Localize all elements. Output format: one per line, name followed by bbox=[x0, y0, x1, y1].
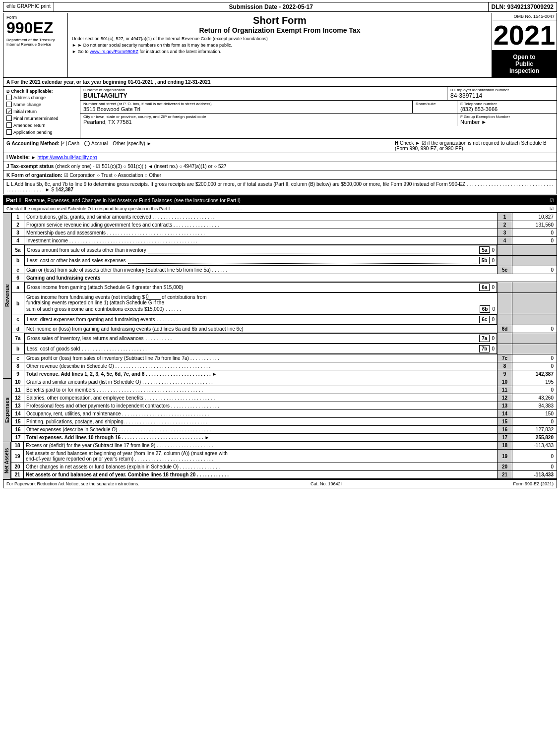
line-7b-num: b bbox=[12, 344, 24, 354]
part-i-label: Part I bbox=[6, 197, 21, 204]
city-field: City or town, state or province, country… bbox=[80, 114, 457, 126]
line-19-row: 19 Net assets or fund balances at beginn… bbox=[11, 450, 557, 463]
subtitle-line3: ► Go to www.irs.gov/Form990EZ for instru… bbox=[72, 49, 488, 54]
line-10-desc: Grants and similar amounts paid (list in… bbox=[24, 378, 498, 386]
org-info-section: B Check if applicable: Address change Na… bbox=[3, 87, 557, 139]
line-4-row: 4 Investment income . . . . . . . . . . … bbox=[12, 237, 557, 245]
line-7a-row: 7a Gross sales of inventory, less return… bbox=[12, 333, 557, 344]
line-6b-inner: Gross income from fundraising events (no… bbox=[26, 294, 495, 300]
accounting-method: G Accounting Method: ✓ Cash Accrual Othe… bbox=[6, 140, 395, 146]
amended-return-label: Amended return bbox=[13, 123, 46, 128]
line-5a-blank bbox=[498, 245, 512, 256]
application-pending-label: Application pending bbox=[13, 130, 53, 135]
revenue-table: 1 Contributions, gifts, grants, and simi… bbox=[11, 213, 557, 378]
phone-field: E Telephone number (832) 853-3666 bbox=[457, 101, 557, 113]
k-text: ☑ Corporation ○ Trust ○ Association ○ Ot… bbox=[64, 173, 162, 178]
check-initial-return: ✓ Initial return bbox=[6, 109, 77, 114]
line-3-desc: Membership dues and assessments . . . . … bbox=[24, 229, 498, 237]
line-6b-desc: Gross income from fundraising events (no… bbox=[24, 293, 498, 314]
l-label: L bbox=[6, 181, 9, 187]
org-details: C Name of organization BUILT4AGILITY D E… bbox=[80, 87, 557, 138]
checkbox-application-pending[interactable] bbox=[6, 129, 12, 135]
line-17-value: 255,820 bbox=[512, 434, 557, 442]
line-4-value: 0 bbox=[512, 237, 557, 245]
checkbox-address-change[interactable] bbox=[6, 95, 12, 100]
line-13-value: 84,383 bbox=[512, 402, 557, 410]
part-i-header: Part I Revenue, Expenses, and Changes in… bbox=[3, 195, 557, 205]
street-row: Number and street (or P. O. box, if mail… bbox=[80, 101, 557, 114]
line-6b-text2: fundraising events reported on line 1) (… bbox=[26, 300, 495, 305]
efile-text: efile GRAPHIC print bbox=[6, 3, 51, 9]
line-9-desc: Total revenue. Add lines 1, 2, 3, 4, 5c,… bbox=[24, 370, 498, 378]
line-7b-blank bbox=[498, 344, 512, 354]
line-17-num: 17 bbox=[12, 434, 24, 442]
line-9-ref: 9 bbox=[498, 370, 512, 378]
line-5a-blank2 bbox=[512, 245, 557, 256]
initial-return-label: Initial return bbox=[13, 109, 37, 114]
line-6a-row: a Gross income from gaming (attach Sched… bbox=[12, 282, 557, 293]
line-1-row: 1 Contributions, gifts, grants, and simi… bbox=[12, 213, 557, 221]
checkbox-amended-return[interactable] bbox=[6, 122, 12, 128]
line-17-ref: 17 bbox=[498, 434, 512, 442]
website-url[interactable]: https://www.built4agility.org bbox=[38, 155, 97, 160]
line-2-row: 2 Program service revenue including gove… bbox=[12, 221, 557, 229]
line-11-desc: Benefits paid to or for members . . . . … bbox=[24, 386, 498, 394]
line-13-desc: Professional fees and other payments to … bbox=[24, 402, 498, 410]
year: 2021 bbox=[492, 20, 557, 51]
line-14-value: 150 bbox=[512, 410, 557, 418]
line-6b-blank bbox=[498, 293, 512, 314]
radio-accrual[interactable] bbox=[84, 141, 90, 146]
check-amended-return: Amended return bbox=[6, 122, 77, 128]
city-value: Pearland, TX 77581 bbox=[83, 119, 454, 125]
expenses-table: 10 Grants and similar amounts paid (list… bbox=[11, 378, 557, 442]
name-change-label: Name change bbox=[13, 102, 41, 107]
schedule-check-box: ☑ bbox=[550, 206, 554, 211]
line-12-desc: Salaries, other compensation, and employ… bbox=[24, 394, 498, 402]
line-6b-row: b Gross income from fundraising events (… bbox=[12, 293, 557, 314]
street-field: Number and street (or P. O. box, if mail… bbox=[80, 101, 413, 113]
top-bar: efile GRAPHIC print Submission Date - 20… bbox=[3, 2, 557, 12]
dept-label: Department of the TreasuryInternal Reven… bbox=[6, 38, 64, 47]
cash-option: ✓ Cash bbox=[61, 141, 79, 146]
accounting-row: G Accounting Method: ✓ Cash Accrual Othe… bbox=[3, 139, 557, 153]
section-a: A For the 2021 calendar year, or tax yea… bbox=[3, 78, 557, 87]
line-14-desc: Occupancy, rent, utilities, and maintena… bbox=[24, 410, 498, 418]
form-ref: Form 990-EZ (2021) bbox=[513, 481, 554, 486]
line-5a-desc: Gross amount from sale of assets other t… bbox=[24, 245, 497, 255]
line-18-value: -113,433 bbox=[512, 442, 557, 450]
line-6c-desc: Less: direct expenses from gaming and fu… bbox=[24, 314, 497, 325]
part-i-schedule-check: Check if the organization used Schedule … bbox=[3, 205, 557, 213]
line-15-ref: 15 bbox=[498, 418, 512, 426]
check-block: B Check if applicable: Address change Na… bbox=[3, 87, 80, 138]
line-5b-row: b Less: cost or other basis and sales ex… bbox=[12, 255, 557, 266]
street-value: 3515 Boxwood Gate Trl bbox=[83, 106, 409, 112]
line-7b-row: b Less: cost of goods sold . . . . . . .… bbox=[12, 344, 557, 354]
j-label: J Tax-exempt status bbox=[6, 164, 54, 169]
inspection-title: Inspection bbox=[494, 67, 555, 74]
checkbox-cash[interactable]: ✓ bbox=[61, 141, 66, 146]
net-assets-table: 18 Excess or (deficit) for the year (Sub… bbox=[11, 442, 557, 479]
checkbox-final-return[interactable] bbox=[6, 116, 12, 121]
short-form-title: Short Form bbox=[72, 15, 488, 26]
k-label: K Form of organization: bbox=[6, 173, 62, 178]
line-10-value: 195 bbox=[512, 378, 557, 386]
schedule-check-text: Check if the organization used Schedule … bbox=[6, 206, 242, 211]
return-title: Return of Organization Exempt From Incom… bbox=[72, 26, 488, 34]
line-6b-blank2 bbox=[512, 293, 557, 314]
form-number: 990EZ bbox=[6, 20, 64, 36]
efile-label: efile GRAPHIC print bbox=[3, 2, 54, 11]
line-21-row: 21 Net assets or fund balances at end of… bbox=[11, 471, 557, 479]
revenue-section: Revenue 1 Contributions, gifts, grants, … bbox=[3, 213, 557, 378]
checkbox-initial-return[interactable]: ✓ bbox=[6, 109, 12, 114]
l-value: 142,387 bbox=[56, 187, 73, 192]
paperwork-notice: For Paperwork Reduction Act Notice, see … bbox=[6, 481, 139, 486]
line-16-value: 127,832 bbox=[512, 426, 557, 434]
irs-link[interactable]: www.irs.gov/Form990EZ bbox=[90, 49, 138, 54]
line-1-ref: 1 bbox=[498, 213, 512, 221]
checkbox-name-change[interactable] bbox=[6, 102, 12, 107]
line-6d-value: 0 bbox=[512, 325, 557, 333]
line-20-num: 20 bbox=[11, 463, 24, 471]
page: efile GRAPHIC print Submission Date - 20… bbox=[0, 0, 560, 490]
line-15-value: 0 bbox=[512, 418, 557, 426]
check-name-change: Name change bbox=[6, 102, 77, 107]
